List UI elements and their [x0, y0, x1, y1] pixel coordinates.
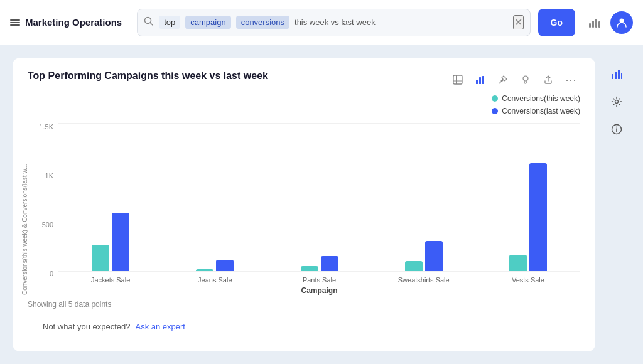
x-label: Pants Sale	[267, 276, 371, 284]
clear-search-button[interactable]: ✕	[513, 15, 524, 29]
y-tick-0: 0	[50, 270, 53, 277]
more-options-icon[interactable]: ⋯	[561, 70, 580, 89]
main-content: Top Performing Campaigns this week vs la…	[0, 45, 643, 364]
x-axis-title: Campaign	[58, 286, 580, 295]
chart-card: Top Performing Campaigns this week vs la…	[13, 58, 595, 351]
sidebar-chart-icon[interactable]	[605, 63, 628, 85]
svg-point-23	[616, 127, 617, 128]
bar-this-week	[92, 245, 109, 272]
bars-area	[58, 123, 580, 272]
legend-this-week: Conversions(this week)	[492, 94, 580, 103]
table-view-icon[interactable]	[448, 70, 467, 89]
bar-last-week	[425, 241, 443, 272]
header: Marketing Operations top campaign conver…	[0, 0, 643, 45]
svg-rect-2	[589, 23, 591, 28]
bar-last-week	[216, 260, 234, 272]
bar-group	[372, 241, 476, 272]
bar-group	[476, 163, 580, 272]
card-header: Top Performing Campaigns this week vs la…	[28, 70, 580, 120]
bar-last-week	[321, 256, 338, 272]
svg-rect-17	[615, 72, 617, 79]
bar-group	[163, 260, 267, 272]
feedback-row: Not what you expected? Ask an expert	[28, 314, 580, 339]
svg-line-1	[151, 23, 153, 25]
bar-group	[267, 256, 371, 272]
svg-rect-16	[612, 74, 613, 79]
legend-label-last-week: Conversions(last week)	[502, 107, 580, 115]
tag-top[interactable]: top	[159, 16, 180, 29]
bar-group	[58, 213, 163, 272]
svg-rect-3	[592, 21, 594, 28]
y-tick-500: 500	[42, 221, 53, 228]
svg-rect-12	[479, 77, 481, 84]
svg-rect-13	[482, 76, 484, 84]
chart-toolbar: ⋯	[448, 70, 580, 89]
search-icon	[144, 16, 154, 29]
bar-this-week	[405, 261, 423, 272]
svg-line-14	[499, 82, 501, 83]
y-tick-1000: 1K	[45, 172, 53, 179]
x-label: Jeans Sale	[163, 276, 267, 284]
insight-icon[interactable]	[516, 70, 535, 89]
svg-rect-19	[621, 73, 622, 79]
chart-title: Top Performing Campaigns this week vs la…	[28, 70, 268, 82]
data-info: Showing all 5 data points	[28, 300, 580, 309]
bar-this-week	[196, 269, 213, 272]
legend-dot-this-week	[492, 95, 498, 102]
tag-campaign[interactable]: campaign	[185, 16, 230, 29]
legend-label-this-week: Conversions(this week)	[502, 94, 580, 103]
legend-dot-last-week	[492, 108, 498, 114]
bar-this-week	[509, 255, 527, 272]
x-labels: Jackets SaleJeans SalePants SaleSweatshi…	[58, 276, 580, 284]
search-bar[interactable]: top campaign conversions this week vs la…	[137, 9, 530, 36]
legend-last-week: Conversions(last week)	[492, 107, 580, 115]
svg-rect-4	[595, 19, 597, 28]
bar-last-week	[529, 163, 547, 272]
chart-legend: Conversions(this week) Conversions(last …	[492, 94, 580, 115]
bar-chart-icon[interactable]	[471, 70, 490, 89]
tag-conversions[interactable]: conversions	[236, 16, 289, 29]
svg-rect-5	[598, 21, 600, 28]
chart-inner: Conversions(this week) & Conversions(las…	[28, 123, 580, 295]
sidebar-info-icon[interactable]	[605, 118, 628, 141]
ask-expert-link[interactable]: Ask an expert	[135, 322, 185, 331]
header-right	[583, 11, 633, 34]
feedback-label: Not what you expected?	[43, 322, 130, 331]
chart-plot: Jackets SaleJeans SalePants SaleSweatshi…	[58, 123, 580, 295]
chart-area: Conversions(this week) & Conversions(las…	[28, 123, 580, 309]
brand-logo: Marketing Operations	[10, 17, 129, 28]
right-sidebar	[603, 58, 630, 351]
y-axis: 1.5K 1K 500 0	[36, 123, 58, 295]
analytics-icon-button[interactable]	[583, 11, 605, 34]
brand-icon	[10, 19, 20, 26]
y-tick-1500: 1.5K	[39, 123, 53, 131]
share-icon[interactable]	[539, 70, 558, 89]
grid-line-top	[58, 123, 580, 124]
svg-point-15	[523, 76, 528, 81]
bar-last-week	[112, 213, 129, 272]
svg-rect-18	[618, 70, 620, 79]
x-label: Vests Sale	[476, 276, 580, 284]
brand-name: Marketing Operations	[25, 17, 122, 28]
svg-point-20	[615, 100, 619, 104]
y-axis-title-wrap: Conversions(this week) & Conversions(las…	[28, 123, 36, 295]
pin-icon[interactable]	[494, 70, 512, 89]
bar-this-week	[301, 266, 318, 272]
search-query[interactable]: this week vs last week	[294, 18, 508, 27]
svg-rect-11	[476, 80, 478, 84]
svg-rect-7	[453, 75, 462, 84]
user-avatar-button[interactable]	[610, 11, 633, 34]
sidebar-settings-icon[interactable]	[605, 90, 628, 113]
y-axis-title: Conversions(this week) & Conversions(las…	[21, 123, 28, 295]
x-label: Sweatshirts Sale	[372, 276, 476, 284]
x-label: Jackets Sale	[58, 276, 163, 284]
go-button[interactable]: Go	[538, 9, 575, 36]
